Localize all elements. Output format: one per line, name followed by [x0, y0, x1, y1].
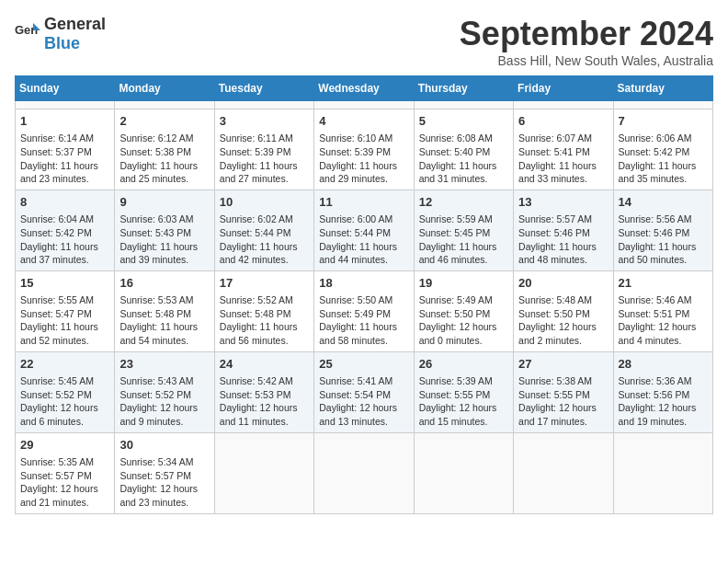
daylight-hours: Daylight: 12 hours and 21 minutes.: [20, 482, 109, 509]
calendar-cell: [314, 101, 414, 109]
sunrise-time: Sunrise: 5:56 AM: [619, 213, 708, 226]
sunset-time: Sunset: 5:39 PM: [220, 145, 309, 159]
daylight-hours: Daylight: 12 hours and 6 minutes.: [20, 401, 109, 428]
sunrise-time: Sunrise: 6:04 AM: [20, 213, 109, 226]
calendar-week-row: 1Sunrise: 6:14 AMSunset: 5:37 PMDaylight…: [16, 109, 713, 190]
column-header-saturday: Saturday: [613, 76, 712, 101]
sunset-time: Sunset: 5:42 PM: [20, 226, 109, 240]
calendar-cell: 29Sunrise: 5:35 AMSunset: 5:57 PMDayligh…: [16, 432, 115, 513]
title-area: September 2024 Bass Hill, New South Wale…: [460, 15, 713, 68]
sunset-time: Sunset: 5:38 PM: [119, 145, 209, 159]
column-header-thursday: Thursday: [414, 76, 513, 101]
calendar-cell: [314, 432, 414, 513]
calendar-cell: 11Sunrise: 6:00 AMSunset: 5:44 PMDayligh…: [314, 190, 414, 270]
calendar-cell: [414, 432, 513, 513]
sunset-time: Sunset: 5:48 PM: [220, 307, 309, 321]
sunrise-time: Sunrise: 6:10 AM: [319, 132, 408, 145]
daylight-hours: Daylight: 12 hours and 4 minutes.: [619, 320, 708, 347]
calendar-cell: 13Sunrise: 5:57 AMSunset: 5:46 PMDayligh…: [514, 190, 613, 270]
day-number: 27: [518, 356, 608, 373]
day-number: 13: [518, 194, 608, 211]
sunrise-time: Sunrise: 5:50 AM: [319, 293, 408, 307]
sunset-time: Sunset: 5:39 PM: [319, 145, 408, 159]
calendar-cell: 2Sunrise: 6:12 AMSunset: 5:38 PMDaylight…: [115, 109, 214, 190]
daylight-hours: Daylight: 12 hours and 0 minutes.: [419, 320, 508, 347]
sunset-time: Sunset: 5:42 PM: [619, 145, 708, 159]
day-number: 20: [518, 275, 608, 292]
column-header-tuesday: Tuesday: [214, 76, 313, 101]
sunrise-time: Sunrise: 6:07 AM: [518, 132, 608, 145]
calendar-cell: 1Sunrise: 6:14 AMSunset: 5:37 PMDaylight…: [16, 109, 115, 190]
sunrise-time: Sunrise: 5:46 AM: [619, 293, 708, 307]
day-number: 7: [619, 113, 708, 130]
calendar-cell: 5Sunrise: 6:08 AMSunset: 5:40 PMDaylight…: [414, 109, 513, 190]
daylight-hours: Daylight: 11 hours and 42 minutes.: [220, 240, 309, 267]
daylight-hours: Daylight: 11 hours and 52 minutes.: [20, 320, 109, 347]
sunrise-time: Sunrise: 5:55 AM: [20, 293, 109, 307]
sunset-time: Sunset: 5:45 PM: [419, 226, 508, 240]
logo-blue-text: Blue: [44, 34, 80, 52]
sunset-time: Sunset: 5:53 PM: [220, 388, 309, 402]
sunrise-time: Sunrise: 5:49 AM: [419, 293, 508, 307]
sunrise-time: Sunrise: 6:08 AM: [419, 132, 508, 145]
daylight-hours: Daylight: 11 hours and 31 minutes.: [419, 159, 508, 186]
daylight-hours: Daylight: 11 hours and 25 minutes.: [119, 159, 209, 186]
sunrise-time: Sunrise: 5:34 AM: [119, 455, 209, 469]
calendar-cell: 8Sunrise: 6:04 AMSunset: 5:42 PMDaylight…: [16, 190, 115, 270]
daylight-hours: Daylight: 12 hours and 9 minutes.: [119, 401, 209, 428]
sunset-time: Sunset: 5:57 PM: [20, 469, 109, 483]
calendar-cell: 14Sunrise: 5:56 AMSunset: 5:46 PMDayligh…: [613, 190, 712, 270]
calendar-cell: 27Sunrise: 5:38 AMSunset: 5:55 PMDayligh…: [514, 351, 613, 432]
calendar-week-row: 29Sunrise: 5:35 AMSunset: 5:57 PMDayligh…: [16, 432, 713, 513]
daylight-hours: Daylight: 11 hours and 23 minutes.: [20, 159, 109, 186]
sunset-time: Sunset: 5:50 PM: [518, 307, 608, 321]
sunset-time: Sunset: 5:52 PM: [119, 388, 209, 402]
sunset-time: Sunset: 5:56 PM: [619, 388, 708, 402]
calendar-cell: 22Sunrise: 5:45 AMSunset: 5:52 PMDayligh…: [16, 351, 115, 432]
daylight-hours: Daylight: 11 hours and 48 minutes.: [518, 240, 608, 267]
day-number: 2: [119, 113, 209, 130]
day-number: 15: [20, 275, 109, 292]
sunset-time: Sunset: 5:54 PM: [319, 388, 408, 402]
sunrise-time: Sunrise: 5:43 AM: [119, 374, 209, 388]
location-subtitle: Bass Hill, New South Wales, Australia: [460, 53, 713, 68]
sunrise-time: Sunrise: 5:52 AM: [220, 293, 309, 307]
calendar-cell: 24Sunrise: 5:42 AMSunset: 5:53 PMDayligh…: [214, 351, 313, 432]
day-number: 28: [619, 356, 708, 373]
daylight-hours: Daylight: 11 hours and 44 minutes.: [319, 240, 408, 267]
sunrise-time: Sunrise: 6:06 AM: [619, 132, 708, 145]
day-number: 24: [220, 356, 309, 373]
calendar-cell: 20Sunrise: 5:48 AMSunset: 5:50 PMDayligh…: [514, 270, 613, 351]
daylight-hours: Daylight: 11 hours and 50 minutes.: [619, 240, 708, 267]
calendar-cell: 23Sunrise: 5:43 AMSunset: 5:52 PMDayligh…: [115, 351, 214, 432]
daylight-hours: Daylight: 12 hours and 19 minutes.: [619, 401, 708, 428]
calendar-cell: 25Sunrise: 5:41 AMSunset: 5:54 PMDayligh…: [314, 351, 414, 432]
sunrise-time: Sunrise: 5:45 AM: [20, 374, 109, 388]
daylight-hours: Daylight: 12 hours and 11 minutes.: [220, 401, 309, 428]
sunrise-time: Sunrise: 6:14 AM: [20, 132, 109, 145]
sunset-time: Sunset: 5:57 PM: [119, 469, 209, 483]
calendar-cell: [16, 101, 115, 109]
day-number: 10: [220, 194, 309, 211]
calendar-cell: [115, 101, 214, 109]
daylight-hours: Daylight: 11 hours and 54 minutes.: [119, 320, 209, 347]
day-number: 19: [419, 275, 508, 292]
calendar-cell: [514, 101, 613, 109]
sunset-time: Sunset: 5:49 PM: [319, 307, 408, 321]
calendar-cell: 30Sunrise: 5:34 AMSunset: 5:57 PMDayligh…: [115, 432, 214, 513]
calendar-cell: [214, 101, 313, 109]
day-number: 23: [119, 356, 209, 373]
daylight-hours: Daylight: 11 hours and 35 minutes.: [619, 159, 708, 186]
sunset-time: Sunset: 5:41 PM: [518, 145, 608, 159]
sunrise-time: Sunrise: 5:36 AM: [619, 374, 708, 388]
page-header: Gen General Blue September 2024 Bass Hil…: [15, 15, 713, 68]
column-header-sunday: Sunday: [16, 76, 115, 101]
day-number: 14: [619, 194, 708, 211]
sunset-time: Sunset: 5:37 PM: [20, 145, 109, 159]
daylight-hours: Daylight: 11 hours and 39 minutes.: [119, 240, 209, 267]
logo: Gen General Blue: [15, 15, 106, 53]
sunset-time: Sunset: 5:40 PM: [419, 145, 508, 159]
daylight-hours: Daylight: 11 hours and 33 minutes.: [518, 159, 608, 186]
day-number: 1: [20, 113, 109, 130]
sunrise-time: Sunrise: 5:38 AM: [518, 374, 608, 388]
